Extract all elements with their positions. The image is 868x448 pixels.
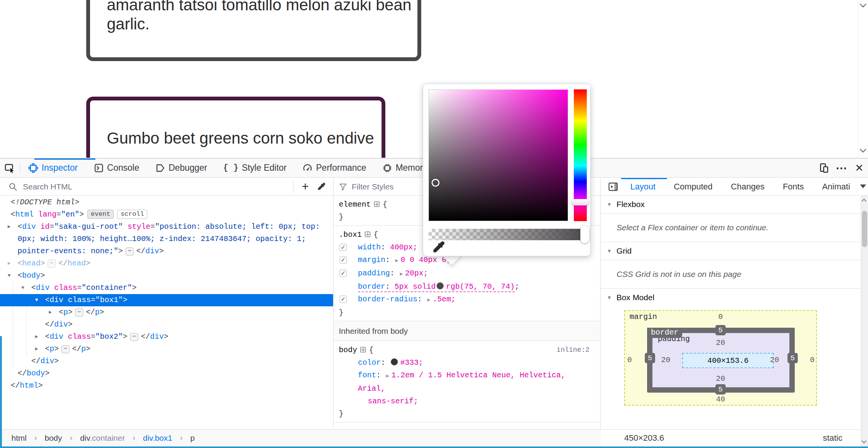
declaration-checkbox[interactable]: ✓ — [340, 270, 347, 277]
expand-inline-icon[interactable]: ⋯ — [48, 260, 56, 268]
tab-debugger[interactable]: Debugger — [147, 158, 215, 178]
declaration-checkbox[interactable]: ✓ — [340, 244, 347, 251]
eyedropper-icon[interactable] — [431, 240, 446, 255]
margin-left-value[interactable]: 0 — [627, 356, 632, 364]
tab-style-editor[interactable]: { } Style Editor — [215, 158, 295, 178]
more-options-icon[interactable]: ⋯ — [833, 158, 850, 178]
saturation-lightness-area[interactable] — [428, 89, 568, 221]
hue-slider-handle[interactable] — [572, 199, 589, 205]
expand-value-icon[interactable]: ▶ — [386, 373, 389, 379]
scroll-down-icon[interactable] — [862, 438, 866, 443]
scroll-down-icon[interactable] — [860, 146, 866, 153]
node-close-div-container[interactable]: </div> — [0, 355, 333, 367]
tab-layout[interactable]: Layout — [621, 182, 665, 192]
twisty-icon[interactable]: ▼ — [607, 248, 612, 254]
page-scrollbar[interactable] — [858, 0, 868, 158]
selector[interactable]: body — [339, 346, 357, 354]
margin-top-value[interactable]: 0 — [624, 312, 817, 321]
selector[interactable]: .box1 — [339, 230, 362, 239]
eyedropper-icon[interactable] — [313, 179, 329, 195]
tab-fonts[interactable]: Fonts — [774, 182, 813, 192]
event-badge[interactable]: event — [87, 210, 114, 219]
scroll-badge[interactable]: scroll — [117, 210, 147, 219]
padding-top-value[interactable]: 20 — [624, 338, 817, 347]
margin-bottom-value[interactable]: 40 — [624, 395, 817, 404]
declaration-checkbox[interactable]: ✓ — [340, 256, 347, 264]
node-p-in-box1[interactable]: ▶<p>⋯</p> — [0, 306, 333, 319]
node-close-body[interactable]: </body> — [0, 367, 333, 380]
expand-inline-icon[interactable]: ⋯ — [126, 247, 134, 256]
tab-inspector[interactable]: Inspector — [20, 158, 86, 178]
expand-inline-icon[interactable]: ⋯ — [61, 345, 69, 353]
tab-performance[interactable]: Performance — [295, 158, 374, 178]
node-head[interactable]: ▶<head>⋯</head> — [0, 257, 333, 270]
highlight-target-icon[interactable] — [360, 347, 366, 353]
border-top-value[interactable]: 5 — [715, 325, 726, 335]
add-node-icon[interactable]: + — [297, 179, 313, 195]
declaration-border-radius[interactable]: ✓border-radius: ▶.5em; — [339, 293, 595, 306]
layout-scrollbar[interactable] — [861, 196, 868, 446]
breadcrumb-div-container[interactable]: div.container — [80, 433, 125, 443]
scroll-down-icon[interactable] — [860, 1, 866, 8]
node-close-div-box1[interactable]: </div> — [0, 319, 333, 331]
node-saka-gui-root[interactable]: ▶<div id="saka-gui-root" style="position… — [0, 221, 323, 257]
node-div-box1-selected[interactable]: ▼<div class="box1"> — [0, 294, 333, 306]
color-selection-cursor[interactable] — [432, 179, 440, 187]
declaration-checkbox[interactable]: ✓ — [340, 296, 347, 303]
declaration-padding[interactable]: ✓padding: ▶20px; — [339, 267, 595, 280]
breadcrumb-html[interactable]: html — [11, 433, 27, 443]
twisty-icon[interactable]: ▼ — [607, 201, 612, 207]
padding-right-value[interactable]: 20 — [770, 356, 779, 364]
breadcrumb-body[interactable]: body — [45, 433, 62, 443]
flexbox-section-header[interactable]: ▼Flexbox — [601, 196, 868, 213]
tab-console[interactable]: Console — [86, 158, 147, 178]
node-div-container[interactable]: ▼<div class="container"> — [0, 282, 333, 294]
scroll-up-icon[interactable] — [862, 199, 866, 204]
sidebar-toggle-icon[interactable] — [605, 179, 621, 195]
boxmodel-section-header[interactable]: ▼Box Model — [601, 289, 868, 306]
expand-value-icon[interactable]: ▶ — [400, 271, 403, 277]
node-body-open[interactable]: ▼<body> — [0, 270, 333, 282]
close-devtools-icon[interactable]: ✕ — [850, 158, 868, 178]
node-html-open[interactable]: <html lang="en">eventscroll — [0, 209, 333, 221]
border-bottom-value[interactable]: 5 — [715, 384, 726, 395]
padding-left-value[interactable]: 20 — [661, 356, 670, 364]
highlight-target-icon[interactable] — [365, 231, 370, 237]
margin-right-value[interactable]: 0 — [810, 356, 815, 364]
border-right-value[interactable]: 5 — [787, 353, 798, 363]
expand-value-icon[interactable]: ▶ — [395, 258, 398, 264]
hue-slider[interactable] — [574, 89, 587, 221]
search-html-input[interactable] — [23, 182, 289, 191]
tab-computed[interactable]: Computed — [665, 182, 722, 192]
responsive-design-icon[interactable] — [815, 158, 833, 178]
node-div-box2[interactable]: ▶<div class="box2">⋯</div> — [0, 331, 333, 343]
breadcrumb-div-box1[interactable]: div.box1 — [143, 433, 172, 443]
tab-animations[interactable]: Animati — [813, 182, 850, 192]
box-model-content[interactable]: 400×153.6 — [682, 353, 774, 368]
declaration-font[interactable]: font: ▶1.2em / 1.5 Helvetica Neue, Helve… — [339, 369, 595, 408]
node-p-in-container[interactable]: ▶<p>⋯</p> — [0, 343, 333, 355]
pick-element-icon[interactable] — [0, 158, 20, 178]
tab-changes[interactable]: Changes — [722, 182, 774, 192]
all-tabs-menu-icon[interactable] — [860, 184, 866, 188]
padding-bottom-value[interactable]: 20 — [624, 374, 817, 383]
declaration-color[interactable]: color: #333; — [339, 356, 595, 369]
border-color-swatch[interactable] — [436, 282, 444, 290]
grid-section-header[interactable]: ▼Grid — [601, 242, 868, 260]
text-color-swatch[interactable] — [391, 358, 398, 366]
node-close-html[interactable]: </html> — [0, 380, 333, 392]
scrollbar-thumb[interactable] — [862, 211, 867, 247]
node-doctype[interactable]: <!DOCTYPE html> — [0, 196, 333, 209]
breadcrumb-p[interactable]: p — [190, 433, 195, 443]
declaration-border-editing[interactable]: border: 5px solidrgb(75, 70, 74); — [339, 280, 595, 293]
highlight-target-icon[interactable] — [374, 201, 380, 207]
expand-value-icon[interactable]: ▶ — [427, 297, 430, 303]
expand-inline-icon[interactable]: ⋯ — [75, 309, 83, 317]
twisty-icon[interactable]: ▼ — [607, 294, 612, 301]
source-link[interactable]: inline:2 — [557, 344, 589, 356]
alpha-slider-handle[interactable] — [580, 226, 589, 243]
alpha-slider[interactable] — [428, 226, 587, 243]
expand-inline-icon[interactable]: ⋯ — [130, 333, 138, 341]
border-left-value[interactable]: 5 — [645, 353, 655, 363]
selector[interactable]: element — [339, 200, 371, 209]
